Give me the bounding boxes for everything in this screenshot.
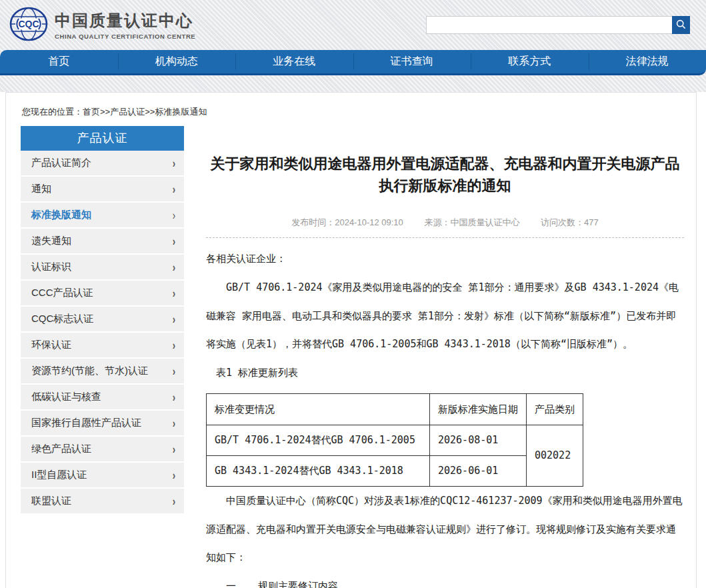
breadcrumb: 您现在的位置：首页>>产品认证>>标准换版通知 xyxy=(22,106,696,118)
source: 来源：中国质量认证中心 xyxy=(424,217,519,227)
nav-item-certs[interactable]: 证书查询 xyxy=(353,50,471,73)
table-caption: 表1 标准更新列表 xyxy=(216,359,684,387)
paragraph-salutation: 各相关认证企业： xyxy=(206,245,684,273)
chevron-right-icon: › xyxy=(173,260,175,274)
search-icon xyxy=(676,19,686,31)
sidebar-item-label: 资源节约(节能、节水)认证 xyxy=(31,365,148,377)
chevron-right-icon: › xyxy=(173,442,175,456)
brand[interactable]: CQC 中国质量认证中心 CHINA QUALITY CERTIFICATION… xyxy=(9,7,195,44)
chevron-right-icon: › xyxy=(173,234,175,248)
sidebar-item-low-carbon-cert[interactable]: 低碳认证与核查 › xyxy=(21,385,184,411)
sidebar-item-national-voluntary-cert[interactable]: 国家推行自愿性产品认证 › xyxy=(21,411,184,437)
sidebar-item-green-product-cert[interactable]: 绿色产品认证 › xyxy=(21,437,184,463)
sidebar-menu: 产品认证简介 › 通知 › 标准换版通知 › 遗失通知 › 认证标识 › xyxy=(21,151,184,515)
site-title: 中国质量认证中心 xyxy=(55,10,195,31)
nav-item-home[interactable]: 首页 xyxy=(0,50,118,73)
article-body: 各相关认证企业： GB/T 4706.1-2024《家用及类似用途电器的的安全 … xyxy=(206,245,684,588)
sidebar-item-product-cert-intro[interactable]: 产品认证简介 › xyxy=(21,151,184,177)
chevron-right-icon: › xyxy=(173,286,175,300)
breadcrumb-separator: >> xyxy=(100,107,110,117)
article-meta: 发布时间：2024-10-12 09:10 来源：中国质量认证中心 访问次数：4… xyxy=(206,217,684,238)
texture-gap xyxy=(0,75,706,92)
col-header-date: 新版标准实施日期 xyxy=(430,393,527,425)
chevron-right-icon: › xyxy=(173,208,175,222)
sidebar-item-label: 绿色产品认证 xyxy=(31,443,91,455)
sidebar-title: 产品认证 xyxy=(21,126,184,151)
breadcrumb-home[interactable]: 首页 xyxy=(83,107,100,117)
sidebar-item-label: II型自愿认证 xyxy=(31,469,87,481)
article: 关于家用和类似用途电器用外置电源适配器、充电器和内置开关电源产品执行新版标准的通… xyxy=(184,126,696,588)
brand-text: 中国质量认证中心 CHINA QUALITY CERTIFICATION CEN… xyxy=(55,10,195,40)
main-nav: 首页 机构动态 业务在线 证书查询 联系方式 法律法规 xyxy=(0,50,706,75)
sidebar-item-ccc-cert[interactable]: CCC产品认证 › xyxy=(21,281,184,307)
sidebar-item-label: 低碳认证与核查 xyxy=(31,391,101,403)
sidebar-item-label: 标准换版通知 xyxy=(31,209,91,221)
search-button[interactable] xyxy=(672,16,690,34)
col-header-change: 标准变更情况 xyxy=(207,393,430,425)
standards-update-table: 标准变更情况 新版标准实施日期 产品类别 GB/T 4706.1-2024替代G… xyxy=(206,393,583,487)
breadcrumb-section[interactable]: 产品认证 xyxy=(110,107,145,117)
paragraph-revision-intro: 中国质量认证中心（简称CQC）对涉及表1标准的CQC12-461237-2009… xyxy=(206,487,684,572)
breadcrumb-label: 您现在的位置： xyxy=(22,107,83,117)
chevron-right-icon: › xyxy=(173,416,175,430)
sidebar-item-resource-saving-cert[interactable]: 资源节约(节能、节水)认证 › xyxy=(21,359,184,385)
publish-time: 发布时间：2024-10-12 09:10 xyxy=(291,217,403,227)
chevron-right-icon: › xyxy=(173,494,175,508)
table-row: GB/T 4706.1-2024替代GB 4706.1-2005 2026-08… xyxy=(207,425,583,455)
content-card: 您现在的位置：首页>>产品认证>>标准换版通知 产品认证 产品认证简介 › 通知… xyxy=(5,92,697,588)
nav-item-contact[interactable]: 联系方式 xyxy=(471,50,589,73)
sidebar-item-loss-notice[interactable]: 遗失通知 › xyxy=(21,229,184,255)
chevron-right-icon: › xyxy=(173,390,175,404)
chevron-right-icon: › xyxy=(173,182,175,196)
chevron-right-icon: › xyxy=(173,338,175,352)
cell-category-merged: 002022 xyxy=(527,425,583,486)
top-zone: CQC 中国质量认证中心 CHINA QUALITY CERTIFICATION… xyxy=(0,0,706,92)
cell-change: GB 4343.1-2024替代GB 4343.1-2018 xyxy=(207,455,430,486)
visit-count: 访问次数：477 xyxy=(541,217,599,227)
breadcrumb-page[interactable]: 标准换版通知 xyxy=(155,107,207,117)
sidebar-item-label: 国家推行自愿性产品认证 xyxy=(31,417,141,429)
nav-item-news[interactable]: 机构动态 xyxy=(118,50,236,73)
sidebar-item-cqc-mark-cert[interactable]: CQC标志认证 › xyxy=(21,307,184,333)
chevron-right-icon: › xyxy=(173,468,175,482)
svg-text:CQC: CQC xyxy=(18,19,39,29)
breadcrumb-separator: >> xyxy=(145,107,155,117)
nav-item-online[interactable]: 业务在线 xyxy=(235,50,353,73)
sidebar-item-label: CQC标志认证 xyxy=(31,313,93,325)
sidebar: 产品认证 产品认证简介 › 通知 › 标准换版通知 › 遗失通知 › xyxy=(21,126,184,515)
col-header-category: 产品类别 xyxy=(527,393,583,425)
sidebar-item-label: 认证标识 xyxy=(31,261,71,273)
table-header-row: 标准变更情况 新版标准实施日期 产品类别 xyxy=(207,393,583,425)
site-subtitle: CHINA QUALITY CERTIFICATION CENTRE xyxy=(55,33,195,40)
cqc-globe-logo-icon: CQC xyxy=(9,7,48,44)
sidebar-item-label: 联盟认证 xyxy=(31,495,71,507)
search-input[interactable] xyxy=(431,17,672,33)
chevron-right-icon: › xyxy=(173,364,175,378)
article-title: 关于家用和类似用途电器用外置电源适配器、充电器和内置开关电源产品执行新版标准的通… xyxy=(206,153,684,197)
nav-item-law[interactable]: 法律法规 xyxy=(589,50,706,73)
cell-change: GB/T 4706.1-2024替代GB 4706.1-2005 xyxy=(207,425,430,455)
cell-date: 2026-06-01 xyxy=(430,455,527,486)
section-heading-revision-content: 一、 规则主要修订内容 xyxy=(206,572,684,588)
sidebar-item-label: CCC产品认证 xyxy=(31,287,93,299)
sidebar-item-alliance-cert[interactable]: 联盟认证 › xyxy=(21,489,184,515)
sidebar-item-standard-change-notice[interactable]: 标准换版通知 › xyxy=(21,203,184,229)
page: CQC 中国质量认证中心 CHINA QUALITY CERTIFICATION… xyxy=(0,0,706,588)
paragraph-standards-intro: GB/T 4706.1-2024《家用及类似用途电器的的安全 第1部分：通用要求… xyxy=(206,273,684,359)
sidebar-item-label: 环保认证 xyxy=(31,339,71,351)
sidebar-item-environment-cert[interactable]: 环保认证 › xyxy=(21,333,184,359)
sidebar-item-cert-marks[interactable]: 认证标识 › xyxy=(21,255,184,281)
sidebar-item-label: 产品认证简介 xyxy=(31,157,91,169)
chevron-right-icon: › xyxy=(173,312,175,326)
site-header: CQC 中国质量认证中心 CHINA QUALITY CERTIFICATION… xyxy=(0,0,706,50)
sidebar-item-type2-voluntary-cert[interactable]: II型自愿认证 › xyxy=(21,463,184,489)
sidebar-item-notices[interactable]: 通知 › xyxy=(21,177,184,203)
cell-date: 2026-08-01 xyxy=(430,425,527,455)
search-box xyxy=(426,16,690,34)
chevron-right-icon: › xyxy=(173,156,175,170)
sidebar-item-label: 遗失通知 xyxy=(31,235,71,247)
sidebar-item-label: 通知 xyxy=(31,183,51,195)
